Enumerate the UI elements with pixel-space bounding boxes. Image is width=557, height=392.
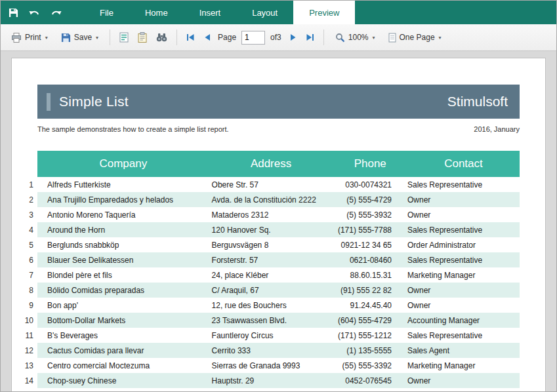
cell-contact: Sales Representative	[407, 256, 520, 265]
parameters-icon	[138, 32, 147, 43]
cell-phone: (5) 555-3932	[333, 210, 407, 220]
table-row: 7Blondel père et fils24, place Kléber88.…	[37, 267, 520, 283]
ribbon-tabs: File Home Insert Layout Preview	[84, 1, 355, 24]
cell-phone: (171) 555-1212	[333, 331, 407, 340]
cell-company: Antonio Moreno Taquería	[37, 210, 209, 220]
cell-contact: Owner	[407, 301, 520, 310]
row-number: 4	[16, 225, 33, 235]
cell-phone: 0621-08460	[333, 256, 407, 265]
prev-page-button[interactable]	[201, 31, 214, 44]
table-row: 11B's BeveragesFauntleroy Circus(171) 55…	[37, 328, 520, 343]
cell-address: Forsterstr. 57	[209, 256, 333, 265]
report-subtitle-row: The sample demonstrates how to create a …	[37, 125, 520, 133]
table-body: 1Alfreds FutterkisteObere Str. 57030-007…	[37, 177, 520, 388]
cell-company: Blauer See Delikatessen	[37, 256, 209, 265]
cell-address: Fauntleroy Circus	[209, 331, 333, 340]
report-page: Simple List Stimulsoft The sample demons…	[11, 58, 546, 391]
cell-phone: (1) 135-5555	[333, 346, 407, 355]
app-window: File Home Insert Layout Preview Print ▾ …	[0, 0, 557, 392]
page-number-input[interactable]	[241, 31, 265, 45]
parameters-button[interactable]	[134, 29, 150, 45]
column-header-phone: Phone	[333, 157, 407, 170]
page-count-label: of3	[270, 33, 281, 42]
table-row: 9Bon app'12, rue des Bouchers91.24.45.40…	[37, 298, 520, 313]
print-button[interactable]: Print ▾	[6, 29, 53, 46]
redo-icon[interactable]	[51, 8, 62, 17]
row-number: 7	[16, 271, 33, 280]
table-row: 10Bottom-Dollar Markets23 Tsawwassen Blv…	[37, 313, 520, 328]
table-row: 13Centro comercial MoctezumaSierras de G…	[37, 358, 520, 373]
preview-toolbar: Print ▾ Save ▾	[1, 24, 556, 51]
column-header-address: Address	[209, 157, 333, 170]
cell-address: 24, place Kléber	[209, 271, 333, 280]
cell-address: 120 Hanover Sq.	[209, 225, 333, 235]
cell-contact: Owner	[407, 210, 520, 220]
cell-phone: (171) 555-7788	[333, 225, 407, 235]
save-icon[interactable]	[9, 8, 18, 18]
row-number: 2	[16, 195, 33, 205]
tab-insert[interactable]: Insert	[184, 1, 237, 24]
cell-company: Bólido Comidas preparadas	[37, 286, 209, 295]
cell-phone: (55) 555-3392	[333, 361, 407, 370]
zoom-icon	[335, 33, 345, 43]
bookmarks-button[interactable]	[116, 29, 132, 45]
quick-access-toolbar	[1, 1, 72, 24]
cell-address: Hauptstr. 29	[209, 376, 333, 385]
cell-phone: (604) 555-4729	[333, 316, 407, 325]
report-title: Simple List	[59, 94, 129, 109]
cell-contact: Sales Agent	[407, 346, 520, 355]
row-number: 11	[16, 331, 33, 340]
first-page-button[interactable]	[183, 31, 198, 44]
cell-phone: 030-0074321	[333, 180, 407, 189]
cell-company: B's Beverages	[37, 331, 209, 340]
row-number: 12	[16, 346, 33, 355]
table-row: 8Bólido Comidas preparadasC/ Araquil, 67…	[37, 283, 520, 298]
cell-contact: Owner	[407, 376, 520, 385]
cell-contact: Accounting Manager	[407, 316, 520, 325]
tab-layout[interactable]: Layout	[236, 1, 293, 24]
view-mode-button[interactable]: One Page ▾	[383, 29, 447, 46]
undo-icon[interactable]	[29, 8, 40, 17]
cell-address: Berguvsvägen 8	[209, 241, 333, 250]
chevron-down-icon: ▾	[439, 35, 442, 41]
tab-preview[interactable]: Preview	[293, 1, 355, 24]
table-row: 5Berglunds snabbköpBerguvsvägen 80921-12…	[37, 237, 520, 252]
table-row: 2Ana Trujillo Emparedados y heladosAvda.…	[37, 192, 520, 207]
next-page-button[interactable]	[287, 31, 300, 44]
first-page-icon	[186, 33, 195, 41]
cell-address: C/ Araquil, 67	[209, 286, 333, 295]
cell-company: Alfreds Futterkiste	[37, 180, 209, 189]
preview-area[interactable]: Simple List Stimulsoft The sample demons…	[1, 51, 556, 391]
printer-icon	[11, 33, 22, 43]
report-table: Company Address Phone Contact 1Alfreds F…	[37, 151, 520, 388]
find-button[interactable]	[153, 30, 171, 45]
last-page-button[interactable]	[302, 31, 318, 44]
cell-company: Blondel père et fils	[37, 271, 209, 280]
cell-contact: Sales Representative	[407, 225, 520, 235]
row-number: 10	[16, 316, 33, 325]
row-number: 14	[16, 376, 33, 385]
table-header-row: Company Address Phone Contact	[37, 151, 520, 177]
cell-address: 23 Tsawwassen Blvd.	[209, 316, 333, 325]
save-button[interactable]: Save ▾	[56, 29, 104, 46]
row-number: 8	[16, 286, 33, 295]
cell-phone: 0921-12 34 65	[333, 241, 407, 250]
report-date: 2016, January	[474, 125, 520, 133]
cell-company: Bon app'	[37, 301, 209, 310]
tab-home[interactable]: Home	[129, 1, 184, 24]
cell-address: Avda. de la Constitución 2222	[209, 195, 333, 205]
row-number: 13	[16, 361, 33, 370]
bookmarks-icon	[119, 32, 129, 43]
save-label: Save	[74, 33, 92, 42]
zoom-button[interactable]: 100% ▾	[330, 29, 381, 46]
ribbon-bar: File Home Insert Layout Preview	[1, 1, 556, 24]
column-header-company: Company	[37, 157, 209, 170]
cell-address: Sierras de Granada 9993	[209, 361, 333, 370]
tab-file[interactable]: File	[84, 1, 129, 24]
find-icon	[156, 33, 167, 42]
toolbar-separator	[176, 29, 177, 45]
title-accent-bar	[47, 93, 51, 111]
cell-company: Chop-suey Chinese	[37, 376, 209, 385]
cell-address: Mataderos 2312	[209, 210, 333, 220]
floppy-icon	[61, 33, 71, 43]
